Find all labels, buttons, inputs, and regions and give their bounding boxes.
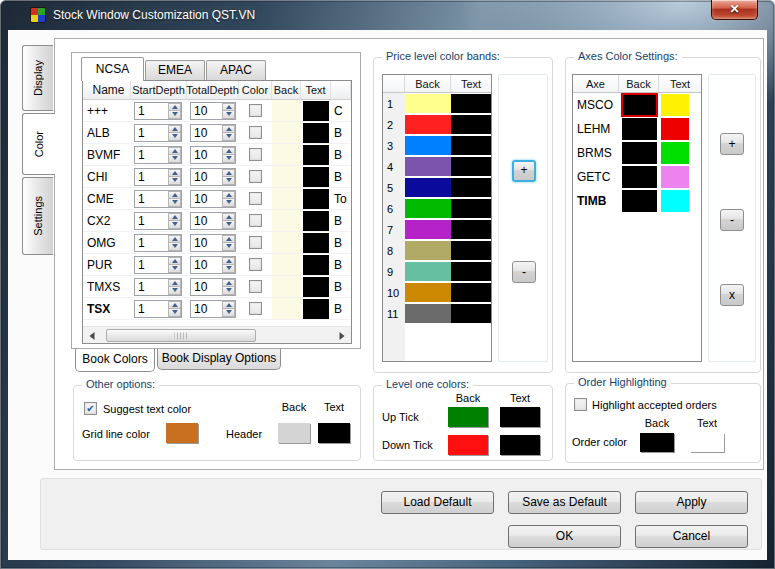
totaldepth-spinner[interactable]: 10	[190, 278, 236, 296]
text-color-swatch[interactable]	[303, 255, 329, 275]
spinner-down-icon[interactable]	[222, 221, 235, 229]
band-text-swatch[interactable]	[451, 199, 491, 218]
symbol-name[interactable]: TSX	[83, 298, 131, 319]
spinner-down-icon[interactable]	[168, 155, 181, 163]
color-checkbox[interactable]	[249, 104, 262, 117]
header-text-swatch[interactable]	[318, 423, 350, 443]
add-axe-button[interactable]: +	[720, 133, 744, 155]
back-color-cell[interactable]	[272, 276, 301, 297]
spinner-down-icon[interactable]	[222, 287, 235, 295]
axe-name[interactable]: GETC	[573, 170, 619, 184]
spinner-value[interactable]: 10	[191, 213, 222, 229]
axe-text-swatch[interactable]	[661, 142, 689, 164]
remove-axe-button[interactable]: -	[720, 209, 744, 231]
band-back-swatch[interactable]	[405, 241, 451, 260]
text-color-swatch[interactable]	[303, 233, 329, 253]
totaldepth-spinner[interactable]: 10	[190, 300, 236, 318]
text-color-swatch[interactable]	[303, 211, 329, 231]
band-text-swatch[interactable]	[451, 94, 491, 113]
axe-name[interactable]: TIMB	[573, 194, 619, 208]
cancel-button[interactable]: Cancel	[635, 525, 748, 548]
band-text-swatch[interactable]	[451, 157, 491, 176]
spinner-up-icon[interactable]	[222, 147, 235, 156]
totaldepth-spinner[interactable]: 10	[190, 190, 236, 208]
symbol-name[interactable]: CHI	[83, 166, 131, 187]
spinner-value[interactable]: 1	[135, 103, 168, 119]
band-text-swatch[interactable]	[451, 115, 491, 134]
totaldepth-spinner[interactable]: 10	[190, 168, 236, 186]
spinner-value[interactable]: 1	[135, 213, 168, 229]
spinner-up-icon[interactable]	[168, 257, 181, 266]
totaldepth-spinner[interactable]: 10	[190, 146, 236, 164]
region-tab-ncsa[interactable]: NCSA	[81, 57, 144, 81]
symbol-name[interactable]: TMXS	[83, 276, 131, 297]
axe-name[interactable]: MSCO	[573, 98, 619, 112]
axe-name[interactable]: LEHM	[573, 122, 619, 136]
grid-line-color-swatch[interactable]	[166, 423, 198, 443]
spinner-up-icon[interactable]	[222, 257, 235, 266]
spinner-down-icon[interactable]	[222, 199, 235, 207]
color-checkbox[interactable]	[249, 236, 262, 249]
color-checkbox[interactable]	[249, 302, 262, 315]
spinner-up-icon[interactable]	[168, 235, 181, 244]
remove-band-button[interactable]: -	[512, 261, 536, 283]
spinner-value[interactable]: 10	[191, 279, 222, 295]
axe-text-swatch[interactable]	[661, 190, 689, 212]
spinner-down-icon[interactable]	[168, 177, 181, 185]
text-color-swatch[interactable]	[303, 189, 329, 209]
spinner-value[interactable]: 10	[191, 235, 222, 251]
band-back-swatch[interactable]	[405, 199, 451, 218]
scroll-right-icon[interactable]	[334, 328, 350, 343]
color-checkbox[interactable]	[249, 126, 262, 139]
startdepth-spinner[interactable]: 1	[134, 212, 182, 230]
spinner-down-icon[interactable]	[168, 243, 181, 251]
suggest-text-color-checkbox[interactable]: ✔	[84, 402, 97, 415]
back-color-cell[interactable]	[272, 122, 301, 143]
text-color-swatch[interactable]	[303, 123, 329, 143]
band-back-swatch[interactable]	[405, 94, 451, 113]
spinner-value[interactable]: 1	[135, 169, 168, 185]
startdepth-spinner[interactable]: 1	[134, 300, 182, 318]
add-band-button[interactable]: +	[512, 160, 536, 182]
totaldepth-spinner[interactable]: 10	[190, 256, 236, 274]
spinner-down-icon[interactable]	[222, 243, 235, 251]
band-back-swatch[interactable]	[405, 178, 451, 197]
spinner-down-icon[interactable]	[222, 177, 235, 185]
spinner-down-icon[interactable]	[222, 265, 235, 273]
axe-back-swatch[interactable]	[622, 142, 657, 164]
band-text-swatch[interactable]	[451, 304, 491, 323]
symbol-name[interactable]: PUR	[83, 254, 131, 275]
color-checkbox[interactable]	[249, 148, 262, 161]
spinner-up-icon[interactable]	[222, 279, 235, 288]
spinner-value[interactable]: 1	[135, 125, 168, 141]
order-text-swatch[interactable]	[690, 433, 724, 452]
bottom-tab-book-display-options[interactable]: Book Display Options	[157, 349, 281, 370]
symbol-name[interactable]: CX2	[83, 210, 131, 231]
spinner-up-icon[interactable]	[222, 103, 235, 112]
order-back-swatch[interactable]	[640, 433, 674, 452]
title-bar[interactable]: Stock Window Customization QST.VN ✕	[0, 0, 775, 30]
spinner-up-icon[interactable]	[168, 125, 181, 134]
close-button[interactable]: ✕	[711, 0, 758, 20]
axe-back-swatch[interactable]	[622, 190, 657, 212]
spinner-value[interactable]: 1	[135, 235, 168, 251]
band-text-swatch[interactable]	[451, 283, 491, 302]
text-color-swatch[interactable]	[303, 145, 329, 165]
startdepth-spinner[interactable]: 1	[134, 102, 182, 120]
spinner-down-icon[interactable]	[168, 309, 181, 317]
down-tick-back-swatch[interactable]	[448, 435, 488, 455]
color-checkbox[interactable]	[249, 258, 262, 271]
header-back-swatch[interactable]	[278, 423, 310, 443]
spinner-down-icon[interactable]	[168, 265, 181, 273]
symbol-name[interactable]: CME	[83, 188, 131, 209]
axe-text-swatch[interactable]	[661, 94, 689, 116]
apply-button[interactable]: Apply	[635, 491, 748, 514]
back-color-cell[interactable]	[272, 298, 301, 319]
text-color-swatch[interactable]	[303, 277, 329, 297]
down-tick-text-swatch[interactable]	[500, 435, 540, 455]
startdepth-spinner[interactable]: 1	[134, 124, 182, 142]
spinner-up-icon[interactable]	[222, 235, 235, 244]
startdepth-spinner[interactable]: 1	[134, 146, 182, 164]
spinner-value[interactable]: 1	[135, 147, 168, 163]
band-text-swatch[interactable]	[451, 136, 491, 155]
